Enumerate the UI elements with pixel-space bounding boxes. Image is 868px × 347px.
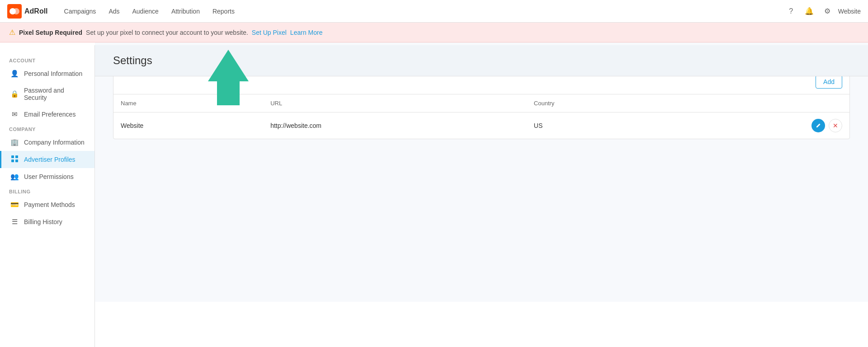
pixel-setup-banner: ⚠ Pixel Setup Required Set up your pixel… [0,23,868,42]
sidebar-item-label: Payment Methods [24,201,75,208]
sidebar-section-billing: Billing [0,185,94,196]
sidebar-item-label: Email Preferences [24,111,75,118]
lock-icon: 🔒 [10,90,19,98]
table-row: Website http://website.com US ✕ [113,113,849,139]
logo[interactable]: AdRoll [7,4,48,19]
person-icon: 👤 [10,70,19,78]
sidebar-item-label: User Permissions [24,173,74,180]
edit-button[interactable] [811,119,825,132]
nav-audience[interactable]: Audience [127,4,164,19]
sidebar-item-password-security[interactable]: 🔒 Password and Security [0,82,94,106]
sidebar-item-label: Billing History [24,218,62,225]
sidebar-item-label: Personal Information [24,70,82,77]
logo-icon [7,4,22,19]
sidebar-section-company: Company [0,123,94,134]
add-button[interactable]: Add [816,75,842,89]
row-url: http://website.com [263,113,527,139]
column-country: Country [527,94,668,113]
sidebar: Account 👤 Personal Information 🔒 Passwor… [0,45,95,302]
table-body: Website http://website.com US ✕ [113,113,849,139]
svg-point-1 [13,8,19,14]
envelope-icon: ✉ [10,110,19,118]
grid-icon [10,155,19,164]
credit-card-icon: 💳 [10,201,19,209]
arrow-indicator [208,50,249,81]
sidebar-item-user-permissions[interactable]: 👥 User Permissions [0,168,94,185]
logo-text: AdRoll [24,7,48,15]
delete-button[interactable]: ✕ [829,119,842,132]
learn-more-link[interactable]: Learn More [290,29,323,36]
website-label[interactable]: Website [838,8,861,15]
help-icon[interactable]: ? [784,4,798,19]
action-buttons: ✕ [675,119,842,132]
row-name: Website [113,113,263,139]
nav-reports[interactable]: Reports [207,4,240,19]
svg-rect-5 [15,159,18,162]
arrow-up-shape [208,50,249,81]
sidebar-item-billing-history[interactable]: ☰ Billing History [0,213,94,230]
nav-ads[interactable]: Ads [103,4,125,19]
row-actions: ✕ [668,113,849,139]
svg-rect-4 [11,159,14,162]
svg-rect-3 [15,155,18,158]
banner-description: Set up your pixel to connect your accoun… [86,29,248,36]
notifications-icon[interactable]: 🔔 [802,4,816,19]
sidebar-section-account: Account [0,54,94,65]
top-navigation: AdRoll Campaigns Ads Audience Attributio… [0,0,868,23]
banner-title: Pixel Setup Required [19,29,82,36]
svg-rect-2 [11,155,14,158]
sidebar-item-payment-methods[interactable]: 💳 Payment Methods [0,196,94,213]
nav-attribution[interactable]: Attribution [166,4,205,19]
sidebar-item-label: Password and Security [24,87,85,101]
topnav-right: ? 🔔 ⚙ Website [784,4,861,19]
column-actions [668,94,849,113]
sidebar-item-label: Advertiser Profiles [24,156,75,163]
column-url: URL [263,94,527,113]
sidebar-item-personal-information[interactable]: 👤 Personal Information [0,65,94,82]
column-name: Name [113,94,263,113]
row-country: US [527,113,668,139]
nav-campaigns[interactable]: Campaigns [59,4,102,19]
sidebar-item-company-information[interactable]: 🏢 Company Information [0,134,94,151]
list-icon: ☰ [10,218,19,226]
sidebar-item-label: Company Information [24,139,85,146]
nav-links: Campaigns Ads Audience Attribution Repor… [59,4,240,19]
settings-icon[interactable]: ⚙ [820,4,835,19]
warning-icon: ⚠ [9,28,15,37]
building-icon: 🏢 [10,138,19,146]
users-icon: 👥 [10,173,19,181]
set-up-pixel-link[interactable]: Set Up Pixel [252,29,287,36]
sidebar-item-email-preferences[interactable]: ✉ Email Preferences [0,106,94,123]
sidebar-item-advertiser-profiles[interactable]: Advertiser Profiles [0,151,94,168]
